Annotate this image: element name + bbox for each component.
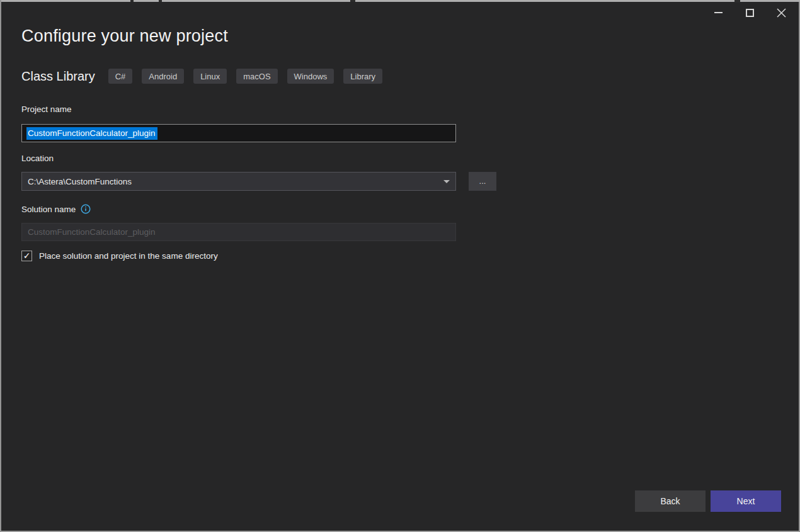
edge-artifact — [159, 0, 162, 2]
tag-library: Library — [343, 69, 382, 84]
template-info-row: Class Library C# Android Linux macOS Win… — [21, 69, 392, 84]
tag-linux: Linux — [193, 69, 227, 84]
minimize-icon — [714, 12, 723, 13]
location-value: C:\Astera\CustomFunctions — [28, 177, 132, 186]
project-name-label: Project name — [21, 105, 72, 114]
same-directory-label: Place solution and project in the same d… — [39, 251, 218, 261]
close-button[interactable] — [770, 4, 792, 21]
window-controls — [707, 4, 792, 21]
tag-macos: macOS — [236, 69, 277, 84]
page-title: Configure your new project — [21, 26, 228, 46]
edge-artifact — [130, 0, 134, 2]
window-top-edge — [1, 0, 800, 2]
same-directory-checkbox[interactable]: ✓ — [21, 251, 32, 261]
location-label: Location — [21, 154, 54, 163]
maximize-icon — [746, 9, 754, 17]
project-name-selected-text: CustomFunctionCalculator_plugin — [26, 127, 157, 140]
tag-csharp: C# — [108, 69, 133, 84]
minimize-button[interactable] — [707, 4, 729, 21]
browse-location-button[interactable]: ... — [469, 172, 496, 191]
location-combobox[interactable]: C:\Astera\CustomFunctions — [21, 172, 456, 191]
check-icon: ✓ — [23, 251, 31, 260]
chevron-down-icon — [443, 180, 450, 183]
tag-android: Android — [142, 69, 184, 84]
solution-name-label-row: Solution name — [21, 204, 91, 214]
edge-artifact — [350, 0, 355, 2]
back-button[interactable]: Back — [635, 490, 706, 512]
configure-project-dialog: Configure your new project Class Library… — [0, 0, 800, 532]
solution-name-label: Solution name — [21, 205, 76, 214]
template-name: Class Library — [21, 69, 95, 84]
solution-name-input-disabled: CustomFunctionCalculator_plugin — [21, 223, 456, 241]
solution-name-value: CustomFunctionCalculator_plugin — [28, 227, 156, 237]
info-icon[interactable] — [81, 204, 91, 214]
maximize-button[interactable] — [738, 4, 761, 21]
same-directory-row: ✓ Place solution and project in the same… — [21, 251, 218, 261]
next-button[interactable]: Next — [711, 490, 781, 512]
edge-artifact — [734, 0, 740, 3]
tag-windows: Windows — [287, 69, 334, 84]
project-name-input[interactable]: CustomFunctionCalculator_plugin — [21, 124, 456, 142]
location-dropdown-toggle[interactable] — [438, 173, 455, 190]
close-icon — [777, 8, 786, 18]
